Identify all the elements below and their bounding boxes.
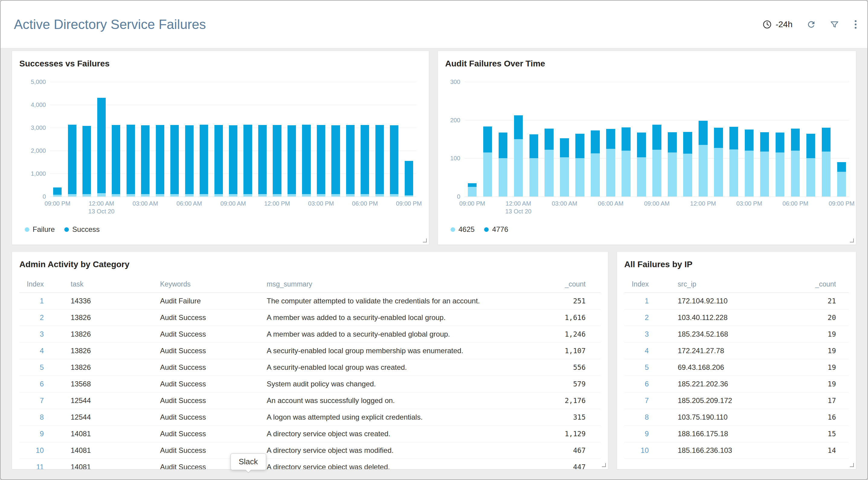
bar[interactable]	[375, 82, 384, 196]
bar[interactable]	[273, 82, 281, 196]
table-row[interactable]: 1114081Audit SuccessA directory service …	[19, 459, 601, 470]
column-header[interactable]: src_ip	[650, 276, 800, 293]
bar[interactable]	[361, 82, 369, 196]
table-row[interactable]: 613568Audit SuccessSystem audit policy w…	[19, 376, 601, 392]
bar[interactable]	[68, 82, 76, 196]
column-header[interactable]: _count	[546, 276, 601, 293]
bar[interactable]	[156, 82, 164, 196]
table-row[interactable]: 6185.221.202.3619	[624, 376, 849, 392]
bar[interactable]	[499, 82, 508, 196]
dashboard-title: Active Directory Service Failures	[14, 17, 206, 32]
legend: FailureSuccess	[25, 225, 100, 234]
table-row[interactable]: 4172.241.27.7819	[624, 343, 849, 359]
column-header[interactable]: msg_summary	[266, 276, 546, 293]
bar[interactable]	[606, 82, 615, 196]
bar[interactable]	[529, 82, 538, 196]
table-cell: 1,107	[546, 343, 601, 359]
bar-slot	[572, 82, 588, 196]
resize-handle[interactable]	[850, 238, 854, 243]
column-header[interactable]: Index	[624, 276, 650, 293]
bar[interactable]	[591, 82, 600, 196]
bar[interactable]	[258, 82, 267, 196]
bar[interactable]	[637, 82, 646, 196]
bar[interactable]	[652, 82, 661, 196]
table-row[interactable]: 1172.104.92.11021	[624, 293, 849, 310]
table-cell: 19	[800, 359, 849, 376]
bar[interactable]	[127, 82, 135, 196]
bar[interactable]	[53, 82, 62, 196]
table-row[interactable]: 9188.166.175.1815	[624, 426, 849, 442]
bar[interactable]	[730, 82, 738, 196]
bar[interactable]	[683, 82, 692, 196]
bar[interactable]	[405, 82, 413, 196]
legend-item[interactable]: Success	[64, 225, 100, 234]
bar[interactable]	[185, 82, 194, 196]
bar[interactable]	[760, 82, 769, 196]
bar[interactable]	[287, 82, 296, 196]
bar[interactable]	[112, 82, 120, 196]
table-row[interactable]: 413826Audit SuccessA security-enabled lo…	[19, 343, 601, 359]
bar[interactable]	[776, 82, 785, 196]
column-header[interactable]: _count	[800, 276, 849, 293]
bar[interactable]	[199, 82, 208, 196]
column-header[interactable]: Keywords	[159, 276, 266, 293]
bar[interactable]	[83, 82, 91, 196]
bar[interactable]	[560, 82, 569, 196]
bar[interactable]	[483, 82, 492, 196]
legend-item[interactable]: Failure	[25, 225, 55, 234]
bar[interactable]	[141, 82, 150, 196]
bar[interactable]	[806, 82, 815, 196]
bar[interactable]	[837, 82, 846, 196]
column-header[interactable]: task	[45, 276, 159, 293]
table-row[interactable]: 114336Audit FailureThe computer attempte…	[19, 293, 601, 310]
table-row[interactable]: 213826Audit SuccessA member was added to…	[19, 310, 601, 326]
bar[interactable]	[822, 82, 831, 196]
bar[interactable]	[699, 82, 708, 196]
bar[interactable]	[170, 82, 179, 196]
table-row[interactable]: 2103.40.112.22820	[624, 310, 849, 326]
bar[interactable]	[468, 82, 477, 196]
bar[interactable]	[317, 82, 325, 196]
bar[interactable]	[668, 82, 677, 196]
table-row[interactable]: 569.43.168.20619	[624, 359, 849, 376]
resize-handle[interactable]	[850, 463, 854, 467]
bar[interactable]	[745, 82, 754, 196]
bar[interactable]	[545, 82, 554, 196]
bar[interactable]	[714, 82, 723, 196]
bar[interactable]	[229, 82, 238, 196]
bar-segment	[699, 121, 708, 145]
table-row[interactable]: 8103.75.190.11016	[624, 409, 849, 426]
refresh-button[interactable]	[806, 20, 816, 29]
legend-item[interactable]: 4776	[484, 225, 508, 234]
bar[interactable]	[575, 82, 584, 196]
table-row[interactable]: 914081Audit SuccessA directory service o…	[19, 426, 601, 442]
bar[interactable]	[514, 82, 523, 196]
table-row[interactable]: 313826Audit SuccessA member was added to…	[19, 326, 601, 343]
bar[interactable]	[390, 82, 398, 196]
legend-item[interactable]: 4625	[451, 225, 474, 234]
table-row[interactable]: 10185.166.236.10314	[624, 442, 849, 459]
bar[interactable]	[243, 82, 252, 196]
bar[interactable]	[331, 82, 340, 196]
bar[interactable]	[791, 82, 800, 196]
table-row[interactable]: 1014081Audit SuccessA directory service …	[19, 442, 601, 459]
table-row[interactable]: 812544Audit SuccessA logon was attempted…	[19, 409, 601, 426]
kebab-menu-button[interactable]	[853, 20, 858, 29]
table-row[interactable]: 7185.205.209.17217	[624, 392, 849, 409]
resize-handle[interactable]	[423, 238, 427, 243]
bar-segment	[68, 125, 76, 194]
bar[interactable]	[346, 82, 354, 196]
resize-handle[interactable]	[602, 463, 606, 467]
table-row[interactable]: 3185.234.52.16819	[624, 326, 849, 343]
time-range-control[interactable]: -24h	[762, 20, 793, 29]
column-header[interactable]: Index	[19, 276, 45, 293]
table-cell: 6	[19, 376, 45, 392]
bar-slot	[772, 82, 788, 196]
table-row[interactable]: 712544Audit SuccessAn account was succes…	[19, 392, 601, 409]
table-row[interactable]: 513826Audit SuccessA security-enabled lo…	[19, 359, 601, 376]
bar[interactable]	[97, 82, 106, 196]
bar[interactable]	[214, 82, 223, 196]
bar[interactable]	[622, 82, 630, 196]
bar[interactable]	[302, 82, 310, 196]
filter-button[interactable]	[830, 20, 839, 29]
